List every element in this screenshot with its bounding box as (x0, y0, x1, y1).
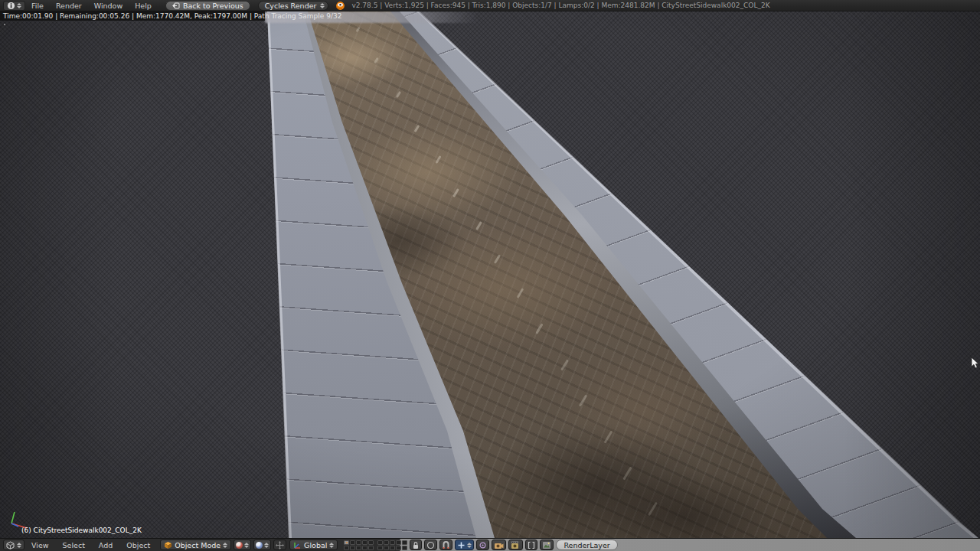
renderlayer-select[interactable]: RenderLayer (556, 540, 617, 550)
global-orientation-icon (293, 541, 302, 549)
object-mode-cube-icon (164, 541, 172, 549)
snap-magnet-icon (442, 541, 450, 549)
proportional-edit-toggle[interactable] (424, 540, 437, 550)
lock-to-scene-toggle[interactable] (410, 540, 422, 550)
image-layer-icon (542, 541, 551, 549)
lock-icon (412, 541, 420, 549)
layer-cell[interactable] (368, 540, 374, 545)
back-button-label: Back to Previous (183, 2, 243, 10)
layer-cell[interactable] (356, 540, 361, 545)
mouse-cursor (971, 357, 980, 370)
render-camera-icon (494, 541, 504, 549)
back-arrow-icon (172, 2, 180, 9)
layer-selector (344, 540, 407, 550)
snap-toggle[interactable] (439, 540, 452, 550)
manipulator-toggle[interactable] (273, 540, 286, 550)
layer-cell[interactable] (362, 546, 368, 550)
editor-type-selector[interactable] (3, 1, 25, 11)
render-engine-select[interactable]: Cycles Render (258, 1, 329, 11)
menu-render[interactable]: Render (50, 2, 88, 10)
viewport-editor-stepper[interactable] (17, 543, 21, 548)
opengl-render-animation-button[interactable] (508, 540, 523, 550)
render-animation-icon (511, 541, 521, 549)
layer-cell[interactable] (368, 546, 374, 550)
renderlayer-icon-button[interactable] (540, 540, 554, 550)
snap-element-stepper[interactable] (467, 543, 472, 548)
layer-cell[interactable] (350, 540, 355, 545)
viewport-editor-selector[interactable] (3, 540, 24, 550)
layer-cell[interactable] (396, 546, 401, 550)
opengl-render-button[interactable] (492, 540, 506, 550)
mode-stepper[interactable] (223, 543, 227, 548)
layer-cell[interactable] (402, 540, 407, 545)
pivot-point-select[interactable] (253, 540, 271, 550)
menu-select[interactable]: Select (56, 540, 92, 550)
layer-group-2 (377, 540, 407, 550)
proportional-edit-circle-icon (426, 541, 435, 549)
scene-statistics: v2.78.5 | Verts:1,925 | Faces:945 | Tris… (351, 2, 769, 9)
menu-file[interactable]: File (25, 2, 50, 10)
active-object-label: (6) CityStreetSidewalk002_COL_2K (21, 527, 142, 534)
layer-cell[interactable] (344, 546, 349, 550)
editor-selector-stepper[interactable] (17, 3, 21, 8)
3d-view-editor-icon (6, 541, 15, 549)
layer-cell[interactable] (390, 540, 395, 545)
info-header-bar: File Render Window Help Back to Previous… (0, 0, 980, 11)
layer-cell[interactable] (396, 540, 401, 545)
snap-target-select[interactable] (476, 540, 489, 550)
snap-increment-icon (457, 541, 466, 549)
layer-cell[interactable] (384, 546, 389, 550)
menu-window[interactable]: Window (88, 2, 129, 10)
orientation-label: Global (304, 541, 327, 549)
snap-target-icon (479, 541, 487, 549)
rendered-scene (0, 11, 980, 538)
menu-help[interactable]: Help (129, 2, 158, 10)
pivot-stepper[interactable] (264, 543, 269, 548)
layer-cell[interactable] (384, 540, 389, 545)
layer-cell[interactable] (377, 546, 383, 550)
layer-group-1 (344, 540, 374, 550)
layer-cell[interactable] (344, 540, 349, 545)
menu-add[interactable]: Add (92, 540, 119, 550)
layer-cell[interactable] (350, 546, 355, 550)
brackets-icon (528, 541, 535, 549)
renderlayer-label: RenderLayer (564, 541, 609, 549)
mode-label: Object Mode (175, 541, 220, 549)
layer-cell[interactable] (362, 540, 368, 545)
clip-border-toggle[interactable] (525, 540, 537, 550)
render-indicator-dot (4, 24, 5, 25)
layer-cell[interactable] (390, 546, 395, 550)
layer-cell[interactable] (402, 546, 407, 550)
pivot-median-icon (256, 542, 263, 549)
blender-window: { "header": { "editor_selector_tooltip":… (0, 0, 980, 551)
layer-cell[interactable] (377, 540, 383, 545)
info-editor-icon (7, 2, 15, 10)
transform-orientation-select[interactable]: Global (289, 540, 338, 550)
translate-manipulator-icon (276, 541, 284, 549)
snap-element-select[interactable] (455, 540, 474, 550)
engine-label: Cycles Render (265, 2, 317, 10)
blender-logo-icon (335, 1, 345, 11)
3d-viewport[interactable]: Time:00:01.90 | Remaining:00:05.26 | Mem… (0, 11, 980, 538)
render-progress-text: Time:00:01.90 | Remaining:00:05.26 | Mem… (3, 12, 341, 20)
menu-object[interactable]: Object (119, 540, 157, 550)
viewport-header-toolbar: View Select Add Object Object Mode Globa… (0, 538, 980, 551)
render-progress-bar: Time:00:01.90 | Remaining:00:05.26 | Mem… (0, 11, 265, 21)
shading-stepper[interactable] (244, 543, 249, 548)
back-to-previous-button[interactable]: Back to Previous (165, 1, 250, 11)
menu-view[interactable]: View (24, 540, 56, 550)
engine-stepper[interactable] (320, 3, 325, 8)
viewport-shading-select[interactable] (234, 540, 251, 550)
shading-rendered-icon (236, 542, 243, 549)
orientation-stepper[interactable] (329, 543, 334, 548)
layer-cell[interactable] (356, 546, 361, 550)
mode-select[interactable]: Object Mode (160, 540, 231, 550)
